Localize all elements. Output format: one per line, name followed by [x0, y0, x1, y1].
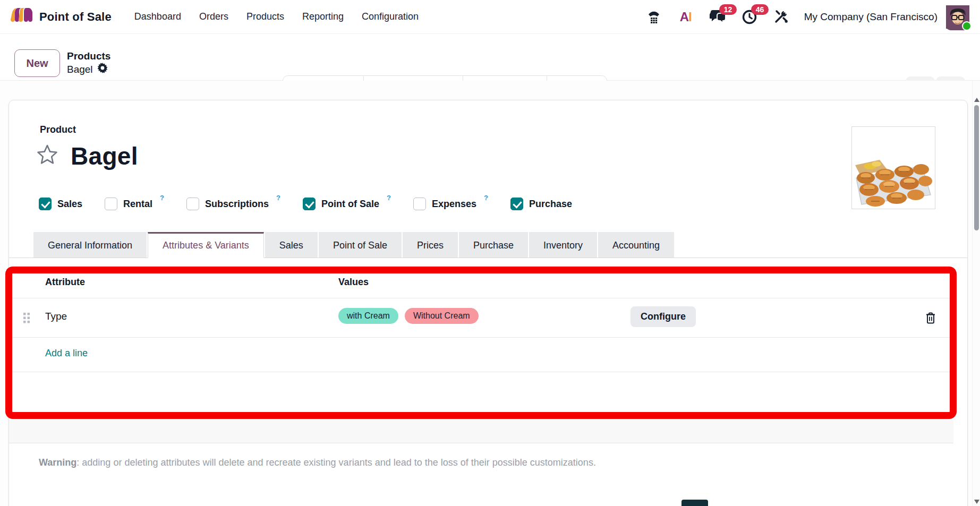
tab-prices[interactable]: Prices [403, 232, 458, 258]
messages-icon[interactable]: 12 [710, 9, 726, 25]
value-tag-without-cream[interactable]: Without Cream [405, 308, 479, 324]
activities-clock-icon[interactable]: 46 [742, 9, 757, 25]
company-switcher[interactable]: My Company (San Francisco) [804, 11, 938, 23]
checkbox-purchase[interactable]: Purchase [510, 197, 572, 211]
menu-configuration[interactable]: Configuration [353, 6, 428, 28]
value-tag-with-cream[interactable]: with Cream [338, 308, 398, 324]
checkbox-expenses[interactable]: Expenses ? [413, 197, 488, 211]
tab-point-of-sale[interactable]: Point of Sale [319, 232, 402, 258]
attributes-table-header: Attribute Values [9, 268, 953, 298]
column-header-values[interactable]: Values [338, 277, 369, 288]
checkbox-purchase-box[interactable] [510, 198, 523, 210]
product-type-checkboxes: Sales Rental ? Subscriptions ? Point of … [39, 197, 572, 211]
configure-button[interactable]: Configure [630, 306, 696, 327]
product-image[interactable] [851, 126, 935, 209]
checkbox-sales[interactable]: Sales [39, 197, 82, 211]
product-section-label: Product [40, 124, 76, 135]
attribute-values-cell[interactable]: with Cream Without Cream [338, 308, 479, 324]
product-name[interactable]: Bagel [71, 142, 138, 170]
control-panel: New Products Bagel [0, 34, 980, 81]
new-button[interactable]: New [14, 49, 60, 77]
tab-general-information[interactable]: General Information [33, 232, 147, 258]
notebook-tabs: General Information Attributes & Variant… [9, 232, 967, 258]
app-menu-toggle[interactable]: Point of Sale [11, 7, 112, 27]
main-menu: Dashboard Orders Products Reporting Conf… [125, 6, 428, 28]
tab-sales[interactable]: Sales [265, 232, 318, 258]
table-row[interactable]: Type with Cream Without Cream Configure [9, 298, 953, 338]
checkbox-point-of-sale-box[interactable] [303, 198, 316, 210]
tab-attributes-variants[interactable]: Attributes & Variants [148, 232, 264, 258]
checkbox-point-of-sale[interactable]: Point of Sale ? [303, 197, 391, 211]
vertical-scrollbar[interactable] [972, 81, 980, 506]
voip-phone-icon[interactable] [646, 9, 662, 25]
menu-reporting[interactable]: Reporting [293, 6, 353, 28]
empty-table-row [9, 372, 953, 419]
help-icon[interactable]: ? [160, 194, 164, 202]
variants-warning-text: Warning: adding or deleting attributes w… [39, 457, 836, 468]
app-name[interactable]: Point of Sale [39, 10, 112, 24]
top-navbar: Point of Sale Dashboard Orders Products … [0, 0, 980, 34]
scrollbar-thumb[interactable] [974, 105, 979, 230]
debug-tools-icon[interactable] [773, 9, 789, 25]
breadcrumb-products[interactable]: Products [67, 50, 110, 63]
form-view: Product Bagel Sales Rental ? [0, 81, 980, 506]
scrollbar-up-arrow-icon[interactable] [974, 98, 979, 102]
warning-rest: : adding or deleting attributes will del… [76, 457, 596, 468]
menu-products[interactable]: Products [237, 6, 293, 28]
user-menu[interactable] [946, 5, 969, 29]
breadcrumb: Products Bagel [67, 50, 110, 76]
table-footer-strip [9, 420, 953, 443]
checkbox-purchase-label: Purchase [529, 197, 572, 211]
add-line-row: Add a line [9, 338, 953, 372]
navbar-systray: AI 12 46 [630, 5, 969, 29]
checkbox-subscriptions-box[interactable] [186, 198, 199, 210]
menu-orders[interactable]: Orders [190, 6, 237, 28]
settings-gear-icon[interactable] [97, 63, 108, 76]
messages-badge: 12 [719, 4, 737, 15]
activities-badge: 46 [751, 4, 769, 15]
favorite-star-icon[interactable] [36, 143, 59, 169]
help-icon[interactable]: ? [484, 194, 488, 202]
pos-awning-icon [11, 7, 33, 27]
checkbox-sales-label: Sales [57, 197, 82, 211]
product-form-sheet: Product Bagel Sales Rental ? [8, 100, 968, 506]
menu-dashboard[interactable]: Dashboard [125, 6, 190, 28]
checkbox-rental-box[interactable] [105, 198, 117, 210]
scrollbar-down-arrow-icon[interactable] [974, 500, 979, 504]
drag-handle-icon[interactable] [23, 312, 30, 326]
checkbox-point-of-sale-label: Point of Sale [321, 197, 379, 211]
cutoff-tooltip-fragment [681, 500, 708, 506]
online-status-dot [962, 21, 972, 31]
tab-inventory[interactable]: Inventory [529, 232, 597, 258]
warning-bold: Warning [39, 457, 76, 468]
checkbox-subscriptions-label: Subscriptions [205, 197, 269, 211]
add-a-line-link[interactable]: Add a line [45, 348, 88, 359]
breadcrumb-bagel: Bagel [67, 63, 93, 76]
ai-icon[interactable]: AI [678, 9, 694, 25]
checkbox-rental-label: Rental [123, 197, 152, 211]
help-icon[interactable]: ? [387, 194, 391, 202]
screen: Point of Sale Dashboard Orders Products … [0, 0, 980, 506]
checkbox-subscriptions[interactable]: Subscriptions ? [186, 197, 280, 211]
delete-row-trash-icon[interactable] [925, 312, 936, 326]
checkbox-expenses-label: Expenses [432, 197, 476, 211]
checkbox-rental[interactable]: Rental ? [105, 197, 164, 211]
column-header-attribute[interactable]: Attribute [45, 277, 85, 288]
attribute-name-cell[interactable]: Type [45, 311, 67, 322]
tab-accounting[interactable]: Accounting [598, 232, 674, 258]
help-icon[interactable]: ? [276, 194, 280, 202]
checkbox-sales-box[interactable] [39, 198, 52, 210]
product-title-row: Bagel [36, 142, 138, 170]
breadcrumb-current: Bagel [67, 63, 110, 76]
tab-purchase[interactable]: Purchase [459, 232, 528, 258]
checkbox-expenses-box[interactable] [413, 198, 426, 210]
